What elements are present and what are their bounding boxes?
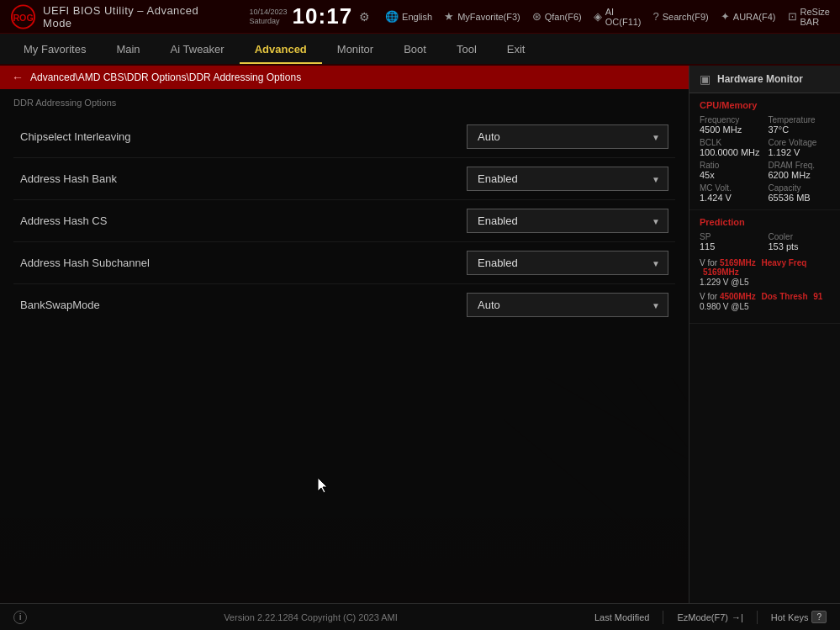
footer-version: Version 2.22.1284 Copyright (C) 2023 AMI	[27, 612, 594, 622]
content-area: ← Advanced\AMD CBS\DDR Options\DDR Addre…	[0, 66, 689, 603]
chipselect-wrapper[interactable]: Auto Disabled Enabled	[467, 124, 668, 149]
date-display: 10/14/2023Saturday	[250, 8, 288, 26]
resize-icon: ⊡	[788, 10, 797, 23]
main-layout: ← Advanced\AMD CBS\DDR Options\DDR Addre…	[0, 66, 840, 603]
addr-hash-cs-wrapper[interactable]: Auto Disabled Enabled	[467, 209, 668, 233]
search-icon: ?	[653, 10, 659, 23]
resizebar-button[interactable]: ⊡ ReSize BAR	[788, 7, 830, 27]
nav-ai-tweaker[interactable]: Ai Tweaker	[156, 36, 240, 62]
chipselect-control[interactable]: Auto Disabled Enabled	[467, 124, 668, 149]
settings-table: Chipselect Interleaving Auto Disabled En…	[0, 113, 689, 329]
ratio-block: Ratio 45x	[700, 161, 762, 180]
ratio-value: 45x	[700, 170, 762, 180]
sp-block: SP 115	[700, 232, 762, 251]
capacity-value: 65536 MB	[769, 193, 831, 203]
breadcrumb[interactable]: ← Advanced\AMD CBS\DDR Options\DDR Addre…	[0, 66, 689, 89]
my-favorite-button[interactable]: ★ MyFavorite(F3)	[444, 10, 520, 23]
dram-freq-value: 6200 MHz	[769, 170, 831, 180]
addr-hash-cs-control[interactable]: Auto Disabled Enabled	[467, 209, 668, 233]
capacity-label: Capacity	[769, 183, 831, 193]
addr-hash-bank-wrapper[interactable]: Auto Disabled Enabled	[467, 167, 668, 191]
setting-row-bankswap: BankSwapMode Auto Disabled Enabled	[13, 284, 675, 326]
frequency-label: Frequency	[700, 115, 762, 124]
temperature-value: 37°C	[769, 124, 831, 135]
prediction-label: Prediction	[700, 217, 830, 227]
pred-5169-freq: 5169MHz	[720, 258, 756, 267]
hot-keys-label: Hot Keys	[771, 612, 809, 622]
bankswap-control[interactable]: Auto Disabled Enabled	[467, 293, 668, 317]
info-icon: i	[13, 611, 27, 624]
settings-gear-icon[interactable]: ⚙	[359, 10, 370, 24]
hw-panel-header: ▣ Hardware Monitor	[689, 66, 840, 93]
header: ROG UEFI BIOS Utility – Advanced Mode 10…	[0, 0, 840, 34]
addr-hash-sub-control[interactable]: Auto Disabled Enabled	[467, 251, 668, 275]
chipselect-label: Chipselect Interleaving	[20, 130, 188, 143]
setting-row-addr-hash-cs: Address Hash CS Auto Disabled Enabled	[13, 200, 675, 242]
header-icons: 🌐 English ★ MyFavorite(F3) ⊛ Qfan(F6) ◈ …	[385, 7, 830, 27]
hw-panel-title: Hardware Monitor	[717, 73, 803, 85]
ratio-label: Ratio	[700, 161, 762, 170]
addr-hash-bank-select[interactable]: Auto Disabled Enabled	[467, 167, 668, 191]
pred-4500-volt: 0.980 V @L5	[700, 302, 830, 311]
setting-row-chipselect: Chipselect Interleaving Auto Disabled En…	[13, 116, 675, 158]
pred-4500-dos-val: 91	[813, 292, 822, 301]
pred-4500-row: V for 4500MHz Dos Thresh 91 0.980 V @L5	[700, 292, 830, 311]
sp-value: 115	[700, 241, 762, 251]
hot-keys-key: ?	[811, 611, 827, 623]
addr-hash-sub-select[interactable]: Auto Disabled Enabled	[467, 251, 668, 275]
cpu-memory-grid: Frequency 4500 MHz Temperature 37°C BCLK…	[700, 115, 830, 203]
chipselect-select[interactable]: Auto Disabled Enabled	[467, 124, 668, 149]
cpu-memory-label: CPU/Memory	[700, 100, 830, 110]
favorite-icon: ★	[444, 10, 454, 23]
hot-keys-button[interactable]: Hot Keys ?	[771, 611, 827, 623]
core-voltage-block: Core Voltage 1.192 V	[769, 138, 831, 157]
sp-label: SP	[700, 232, 762, 241]
mc-volt-label: MC Volt.	[700, 183, 762, 193]
fan-icon: ⊛	[532, 10, 542, 23]
aioc-button[interactable]: ◈ AI OC(F11)	[594, 7, 642, 27]
setting-row-addr-hash-sub: Address Hash Subchannel Auto Disabled En…	[13, 242, 675, 284]
hw-monitor-panel: ▣ Hardware Monitor CPU/Memory Frequency …	[689, 66, 840, 603]
search-button[interactable]: ? Search(F9)	[653, 10, 709, 23]
ai-icon: ◈	[594, 10, 602, 23]
bclk-value: 100.0000 MHz	[700, 147, 762, 157]
bankswap-select[interactable]: Auto Disabled Enabled	[467, 293, 668, 317]
footer: i Version 2.22.1284 Copyright (C) 2023 A…	[0, 603, 840, 630]
addr-hash-bank-label: Address Hash Bank	[20, 172, 188, 185]
aura-icon: ✦	[721, 10, 730, 23]
addr-hash-bank-control[interactable]: Auto Disabled Enabled	[467, 167, 668, 191]
footer-actions: Last Modified EzMode(F7) →| Hot Keys ?	[594, 611, 827, 624]
bankswap-wrapper[interactable]: Auto Disabled Enabled	[467, 293, 668, 317]
aura-button[interactable]: ✦ AURA(F4)	[721, 10, 776, 23]
nav-my-favorites[interactable]: My Favorites	[8, 36, 101, 62]
footer-sep-2	[757, 611, 758, 624]
nav-bar: My Favorites Main Ai Tweaker Advanced Mo…	[0, 34, 840, 66]
monitor-icon: ▣	[700, 72, 711, 86]
nav-main[interactable]: Main	[101, 36, 155, 62]
nav-advanced[interactable]: Advanced	[240, 36, 322, 62]
nav-tool[interactable]: Tool	[441, 36, 492, 62]
language-selector[interactable]: 🌐 English	[385, 10, 432, 23]
ez-mode-arrow-icon: →|	[732, 612, 743, 622]
addr-hash-cs-select[interactable]: Auto Disabled Enabled	[467, 209, 668, 233]
last-modified-label: Last Modified	[594, 612, 649, 622]
footer-info: i	[13, 611, 27, 624]
pred-4500-dos-label: Dos Thresh	[762, 292, 808, 301]
cooler-label: Cooler	[769, 232, 831, 241]
core-voltage-value: 1.192 V	[769, 147, 831, 157]
pred-4500-freq: 4500MHz	[720, 292, 756, 301]
temperature-label: Temperature	[769, 115, 831, 124]
nav-boot[interactable]: Boot	[388, 36, 441, 62]
ez-mode-button[interactable]: EzMode(F7) →|	[677, 612, 742, 622]
setting-row-addr-hash-bank: Address Hash Bank Auto Disabled Enabled	[13, 158, 675, 200]
addr-hash-sub-wrapper[interactable]: Auto Disabled Enabled	[467, 251, 668, 275]
nav-monitor[interactable]: Monitor	[322, 36, 388, 62]
pred-5169-heavy-val: 5169MHz	[703, 267, 739, 277]
last-modified-button[interactable]: Last Modified	[594, 612, 649, 622]
frequency-block: Frequency 4500 MHz	[700, 115, 762, 135]
nav-exit[interactable]: Exit	[492, 36, 541, 62]
dram-freq-label: DRAM Freq.	[769, 161, 831, 170]
app-title: UEFI BIOS Utility – Advanced Mode	[43, 4, 225, 29]
qfan-button[interactable]: ⊛ Qfan(F6)	[532, 10, 582, 23]
prediction-sp-grid: SP 115 Cooler 153 pts	[700, 232, 830, 251]
